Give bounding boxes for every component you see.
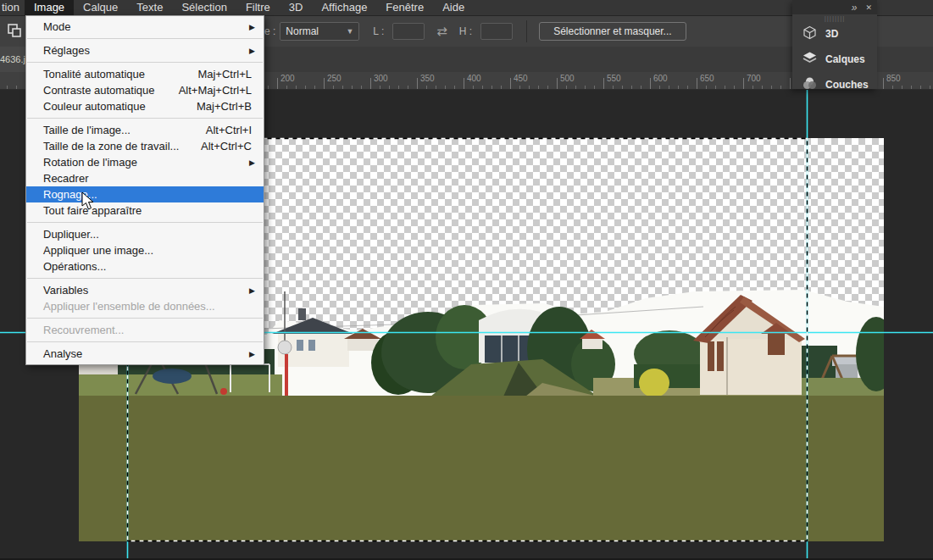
height-input[interactable] [480,23,513,40]
menu-separator [27,38,263,39]
menu-item-label: Taille de la zone de travail... [43,140,179,152]
panel-item-3d[interactable]: 3D [792,21,877,47]
menu-affichage[interactable]: Affichage [312,0,376,15]
ruler-label: 250 [327,74,342,83]
menu-item-label: Dupliquer... [43,228,99,241]
options-controls: e : Normal ▼ L : ⇄ H : Sélectionner et m… [264,21,686,42]
panel-item-couches[interactable]: Couches [792,72,877,97]
menu-item-taille-de-l-image[interactable]: Taille de l'image...Alt+Ctrl+I [26,122,264,138]
menu-item-analyse[interactable]: Analyse▶ [26,346,264,362]
panel-item-label: Calques [825,53,865,65]
ruler-label: 850 [886,74,901,83]
blend-mode-value: Normal [286,25,319,37]
menu-item-label: Recouvrement... [43,324,124,336]
document-tab[interactable]: 4636.j [0,47,25,72]
menu-item-mode[interactable]: Mode▶ [26,19,264,35]
photoshop-window: { "colors": { "accent": "#2E7BD9", "guid… [0,0,933,560]
menu-separator [27,62,263,63]
blend-mode-select[interactable]: Normal ▼ [280,22,359,41]
menu-item-shortcut: Maj+Ctrl+B [197,100,255,113]
selection-mode-icon[interactable] [6,22,23,42]
menu-item-shortcut: Alt+Ctrl+C [201,140,255,152]
menu-3d[interactable]: 3D [280,0,313,15]
cube-icon [802,25,817,42]
menu-item-label: Rognage... [43,188,97,201]
menu-item-recadrer[interactable]: Recadrer [26,170,264,186]
menu-item-recouvrement: Recouvrement... [26,322,264,338]
menu-separator [27,278,263,279]
submenu-arrow-icon: ▶ [249,23,255,31]
menu-texte[interactable]: Texte [127,0,172,15]
menu-item-couleur-automatique[interactable]: Couleur automatiqueMaj+Ctrl+B [26,98,264,114]
panel-item-label: 3D [825,28,838,40]
menu-aide[interactable]: Aide [433,0,474,15]
menu-item-label: Tout faire apparaître [43,204,142,217]
menu-s-lection[interactable]: Sélection [172,0,236,15]
chevron-down-icon: ▼ [346,27,353,36]
width-label: L : [373,25,384,37]
menu-item-label: Mode [43,20,71,33]
menu-item-contraste-automatique[interactable]: Contraste automatiqueAlt+Maj+Ctrl+L [26,82,264,98]
menu-item-label: Couleur automatique [43,100,146,113]
ruler-label: 500 [560,74,575,83]
menu-item-appliquer-une-image[interactable]: Appliquer une image... [26,242,264,258]
menu-item-variables[interactable]: Variables▶ [26,282,264,298]
menu-calque[interactable]: Calque [74,0,127,15]
menu-separator [27,118,263,119]
ruler-label: 300 [374,74,388,83]
menu-separator [27,318,263,319]
menu-item-rotation-de-l-image[interactable]: Rotation de l'image▶ [26,154,264,170]
menu-item-op-rations[interactable]: Opérations... [26,258,264,274]
menu-item-label: Recadrer [43,172,88,185]
collapse-panel-icon[interactable]: » [852,2,858,14]
panel-item-calques[interactable]: Calques [792,47,877,72]
ruler-label: 350 [420,74,435,83]
ruler-label: 600 [653,74,668,83]
menu-item-label: Appliquer une image... [43,244,153,257]
submenu-arrow-icon: ▶ [249,158,255,167]
select-and-mask-button[interactable]: Sélectionner et masquer... [539,22,686,41]
menu-image[interactable]: Image [25,0,74,15]
submenu-arrow-icon: ▶ [249,350,255,358]
menu-filtre[interactable]: Filtre [236,0,280,15]
menu-item-r-glages[interactable]: Réglages▶ [26,42,264,58]
menu-fen-tre[interactable]: Fenêtre [376,0,433,15]
ruler-label: 200 [280,74,295,83]
menu-item-label: Analyse [43,347,82,360]
close-panel-icon[interactable]: ✕ [865,3,872,12]
width-input[interactable] [392,23,425,40]
submenu-arrow-icon: ▶ [249,286,255,295]
menu-item-rognage[interactable]: Rognage... [26,186,264,202]
menu-item-label: Réglages [43,44,90,57]
menu-item-shortcut: Maj+Ctrl+L [197,68,255,80]
panel-flyout: » ✕ |||||||| 3D Calques Couch [792,0,877,89]
menu-item-label: Variables [43,284,88,297]
options-divider [526,20,527,42]
ruler-label: 450 [514,74,528,83]
menu-item-tonalit-automatique[interactable]: Tonalité automatiqueMaj+Ctrl+L [26,66,264,82]
menu-item-tout-faire-appara-tre[interactable]: Tout faire apparaître [26,202,264,219]
layers-icon [802,51,817,68]
menu-item-taille-de-la-zone-de-travail[interactable]: Taille de la zone de travail...Alt+Ctrl+… [26,138,264,154]
mode-label: e : [264,25,275,37]
submenu-arrow-icon: ▶ [249,47,255,55]
menu-item-label: Appliquer l'ensemble de données... [43,300,215,313]
ruler-label: 650 [700,74,714,83]
menu-item-appliquer-l-ensemble-de-donn-es: Appliquer l'ensemble de données... [26,298,264,314]
menu-item-shortcut: Alt+Ctrl+I [206,124,255,136]
menu-item-shortcut: Alt+Maj+Ctrl+L [179,84,255,97]
channels-icon [802,76,817,93]
ruler-label: 700 [747,74,761,83]
menu-item-label: Taille de l'image... [43,124,131,136]
menu-item-label: Rotation de l'image [43,156,137,169]
ruler-label: 550 [607,74,621,83]
photo-olive-field [79,396,884,541]
panel-item-label: Couches [825,79,869,91]
menu-separator [27,222,263,223]
menu-bar-items: ImageCalqueTexteSélectionFiltre3DAfficha… [25,0,474,15]
swap-dimensions-icon[interactable]: ⇄ [436,24,447,39]
menu-item-partial[interactable]: tion [0,0,25,15]
menu-item-dupliquer[interactable]: Dupliquer... [26,226,264,242]
height-label: H : [459,25,472,37]
panel-flyout-header: » ✕ [792,0,877,14]
